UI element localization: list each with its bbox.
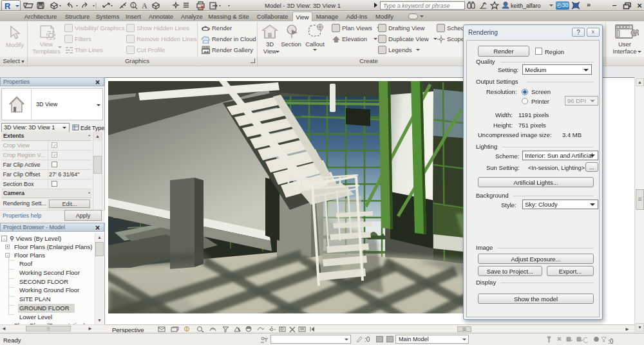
- svg-text:1: 1: [132, 3, 135, 8]
- svg-text:A: A: [142, 1, 147, 10]
